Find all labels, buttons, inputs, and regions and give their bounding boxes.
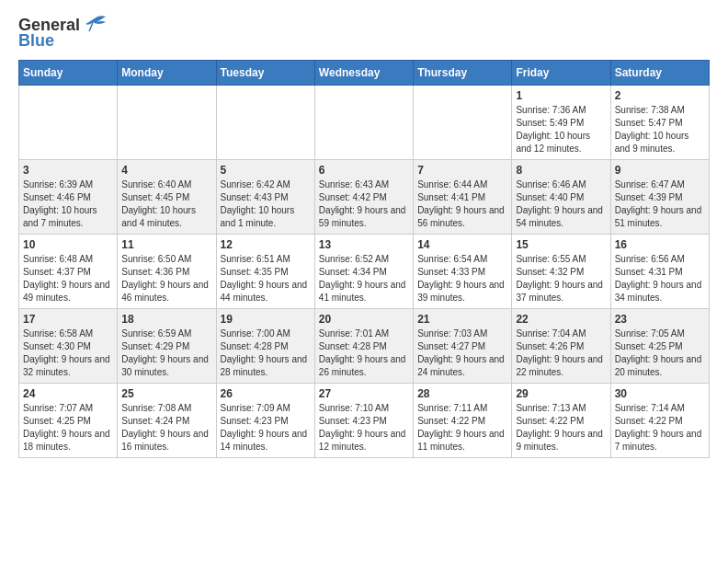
header-day-saturday: Saturday [610,61,709,86]
logo-bird-icon [82,15,108,35]
day-number: 27 [319,387,409,400]
calendar-header-row: SundayMondayTuesdayWednesdayThursdayFrid… [19,61,710,86]
day-info: Sunrise: 6:46 AM Sunset: 4:40 PM Dayligh… [516,178,606,230]
calendar-cell: 3Sunrise: 6:39 AM Sunset: 4:46 PM Daylig… [19,160,118,235]
day-number: 21 [417,313,507,326]
day-info: Sunrise: 7:36 AM Sunset: 5:49 PM Dayligh… [516,104,606,155]
calendar-cell: 10Sunrise: 6:48 AM Sunset: 4:37 PM Dayli… [19,235,118,309]
day-info: Sunrise: 6:47 AM Sunset: 4:39 PM Dayligh… [615,178,705,230]
day-number: 7 [417,164,507,177]
day-info: Sunrise: 7:09 AM Sunset: 4:23 PM Dayligh… [221,402,311,454]
day-info: Sunrise: 6:54 AM Sunset: 4:33 PM Dayligh… [417,253,507,304]
calendar-cell: 8Sunrise: 6:46 AM Sunset: 4:40 PM Daylig… [512,160,610,235]
day-number: 20 [319,313,409,326]
day-number: 30 [615,387,705,400]
calendar-cell: 30Sunrise: 7:14 AM Sunset: 4:22 PM Dayli… [610,384,709,458]
calendar-cell: 7Sunrise: 6:44 AM Sunset: 4:41 PM Daylig… [414,160,512,235]
day-number: 22 [516,313,606,326]
day-number: 15 [516,238,606,251]
calendar-cell: 12Sunrise: 6:51 AM Sunset: 4:35 PM Dayli… [216,235,314,309]
calendar-week-row: 3Sunrise: 6:39 AM Sunset: 4:46 PM Daylig… [19,160,710,235]
calendar-cell: 25Sunrise: 7:08 AM Sunset: 4:24 PM Dayli… [118,384,216,458]
day-info: Sunrise: 7:00 AM Sunset: 4:28 PM Dayligh… [221,327,311,379]
calendar-week-row: 24Sunrise: 7:07 AM Sunset: 4:25 PM Dayli… [19,384,710,458]
day-info: Sunrise: 7:10 AM Sunset: 4:23 PM Dayligh… [319,402,409,454]
calendar-week-row: 17Sunrise: 6:58 AM Sunset: 4:30 PM Dayli… [19,309,710,384]
day-number: 6 [319,164,409,177]
day-number: 13 [319,238,409,251]
calendar-cell: 20Sunrise: 7:01 AM Sunset: 4:28 PM Dayli… [314,309,413,384]
calendar-week-row: 1Sunrise: 7:36 AM Sunset: 5:49 PM Daylig… [19,86,710,160]
header-day-friday: Friday [512,61,610,86]
calendar-cell: 5Sunrise: 6:42 AM Sunset: 4:43 PM Daylig… [216,160,314,235]
header-day-tuesday: Tuesday [216,61,314,86]
day-info: Sunrise: 7:01 AM Sunset: 4:28 PM Dayligh… [319,327,409,379]
header-day-wednesday: Wednesday [314,61,413,86]
calendar-cell: 21Sunrise: 7:03 AM Sunset: 4:27 PM Dayli… [414,309,512,384]
day-info: Sunrise: 7:08 AM Sunset: 4:24 PM Dayligh… [121,402,211,454]
day-number: 1 [516,89,606,102]
day-number: 3 [23,164,113,177]
day-info: Sunrise: 7:11 AM Sunset: 4:22 PM Dayligh… [417,402,507,454]
day-info: Sunrise: 6:43 AM Sunset: 4:42 PM Dayligh… [319,178,409,230]
calendar-cell: 24Sunrise: 7:07 AM Sunset: 4:25 PM Dayli… [19,384,118,458]
day-number: 5 [221,164,311,177]
day-number: 23 [615,313,705,326]
calendar-cell: 15Sunrise: 6:55 AM Sunset: 4:32 PM Dayli… [512,235,610,309]
calendar-cell: 18Sunrise: 6:59 AM Sunset: 4:29 PM Dayli… [118,309,216,384]
calendar-cell [216,86,314,160]
day-info: Sunrise: 6:58 AM Sunset: 4:30 PM Dayligh… [23,327,113,379]
day-number: 14 [417,238,507,251]
day-info: Sunrise: 7:14 AM Sunset: 4:22 PM Dayligh… [615,402,705,454]
calendar-cell: 4Sunrise: 6:40 AM Sunset: 4:45 PM Daylig… [118,160,216,235]
calendar-cell: 2Sunrise: 7:38 AM Sunset: 5:47 PM Daylig… [610,86,709,160]
day-number: 2 [615,89,705,102]
day-info: Sunrise: 6:59 AM Sunset: 4:29 PM Dayligh… [121,327,211,379]
day-info: Sunrise: 7:04 AM Sunset: 4:26 PM Dayligh… [516,327,606,379]
calendar-cell: 22Sunrise: 7:04 AM Sunset: 4:26 PM Dayli… [512,309,610,384]
day-number: 18 [121,313,211,326]
calendar-cell: 11Sunrise: 6:50 AM Sunset: 4:36 PM Dayli… [118,235,216,309]
calendar-cell [118,86,216,160]
day-info: Sunrise: 7:03 AM Sunset: 4:27 PM Dayligh… [417,327,507,379]
day-number: 17 [23,313,113,326]
day-number: 12 [221,238,311,251]
calendar-cell [314,86,413,160]
day-number: 4 [121,164,211,177]
day-info: Sunrise: 7:07 AM Sunset: 4:25 PM Dayligh… [23,402,113,454]
calendar-cell: 19Sunrise: 7:00 AM Sunset: 4:28 PM Dayli… [216,309,314,384]
day-number: 24 [23,387,113,400]
day-info: Sunrise: 7:05 AM Sunset: 4:25 PM Dayligh… [615,327,705,379]
day-number: 25 [121,387,211,400]
day-info: Sunrise: 7:38 AM Sunset: 5:47 PM Dayligh… [615,104,705,155]
calendar-cell: 26Sunrise: 7:09 AM Sunset: 4:23 PM Dayli… [216,384,314,458]
day-info: Sunrise: 6:44 AM Sunset: 4:41 PM Dayligh… [417,178,507,230]
calendar-cell [19,86,118,160]
calendar-cell: 23Sunrise: 7:05 AM Sunset: 4:25 PM Dayli… [610,309,709,384]
calendar-cell: 1Sunrise: 7:36 AM Sunset: 5:49 PM Daylig… [512,86,610,160]
calendar-table: SundayMondayTuesdayWednesdayThursdayFrid… [18,60,710,458]
calendar-cell: 6Sunrise: 6:43 AM Sunset: 4:42 PM Daylig… [314,160,413,235]
day-info: Sunrise: 6:51 AM Sunset: 4:35 PM Dayligh… [221,253,311,304]
day-info: Sunrise: 6:48 AM Sunset: 4:37 PM Dayligh… [23,253,113,304]
calendar-cell: 27Sunrise: 7:10 AM Sunset: 4:23 PM Dayli… [314,384,413,458]
calendar-cell: 14Sunrise: 6:54 AM Sunset: 4:33 PM Dayli… [414,235,512,309]
day-number: 29 [516,387,606,400]
header: General Blue [18,15,710,51]
day-info: Sunrise: 7:13 AM Sunset: 4:22 PM Dayligh… [516,402,606,454]
day-info: Sunrise: 6:52 AM Sunset: 4:34 PM Dayligh… [319,253,409,304]
day-number: 26 [221,387,311,400]
header-day-sunday: Sunday [19,61,118,86]
day-number: 16 [615,238,705,251]
calendar-cell: 17Sunrise: 6:58 AM Sunset: 4:30 PM Dayli… [19,309,118,384]
calendar-cell: 28Sunrise: 7:11 AM Sunset: 4:22 PM Dayli… [414,384,512,458]
day-info: Sunrise: 6:39 AM Sunset: 4:46 PM Dayligh… [23,178,113,230]
calendar-cell: 16Sunrise: 6:56 AM Sunset: 4:31 PM Dayli… [610,235,709,309]
day-info: Sunrise: 6:42 AM Sunset: 4:43 PM Dayligh… [221,178,311,230]
logo-blue: Blue [18,31,54,51]
calendar-cell: 29Sunrise: 7:13 AM Sunset: 4:22 PM Dayli… [512,384,610,458]
calendar-cell: 13Sunrise: 6:52 AM Sunset: 4:34 PM Dayli… [314,235,413,309]
logo: General Blue [18,15,108,51]
calendar-week-row: 10Sunrise: 6:48 AM Sunset: 4:37 PM Dayli… [19,235,710,309]
day-info: Sunrise: 6:40 AM Sunset: 4:45 PM Dayligh… [121,178,211,230]
